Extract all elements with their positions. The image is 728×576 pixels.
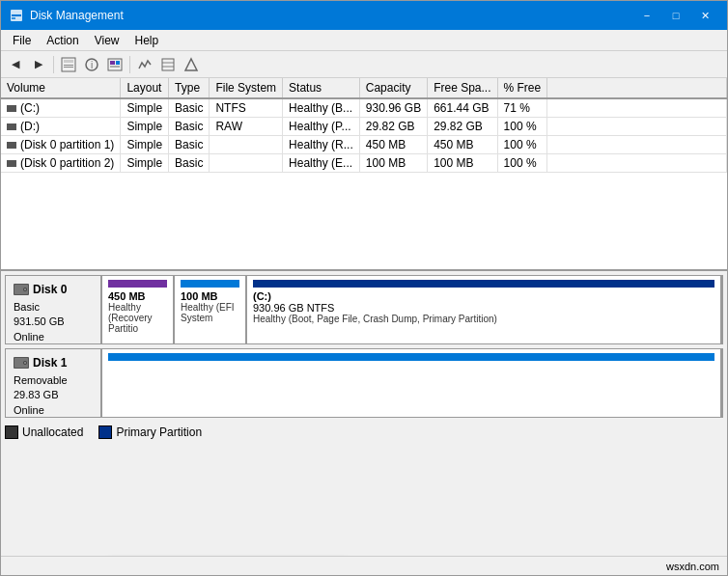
toolbar-btn-3[interactable] [104,54,126,75]
table-cell: 450 MB [359,136,427,154]
table-cell: (C:) [1,98,121,118]
table-cell: RAW [210,118,283,136]
table-cell: Simple [121,154,169,173]
col-header-volume[interactable]: Volume [1,78,121,98]
disk-icon [14,282,29,297]
svg-rect-12 [116,61,120,65]
table-cell: 661.44 GB [428,98,497,118]
disk-0-partition-recovery[interactable]: 450 MB Healthy (Recovery Partitio [102,276,175,343]
table-row[interactable]: (Disk 0 partition 1)SimpleBasicHealthy (… [1,136,727,154]
disk-1-size: 29.83 GB [14,388,93,402]
table-cell: 29.82 GB [428,118,497,136]
col-header-percent[interactable]: % Free [497,78,547,98]
volumes-table-section[interactable]: Volume Layout Type File System Status Ca… [1,78,727,271]
primary-box [98,425,112,439]
unallocated-box [5,425,18,439]
disk-0-status: Online [14,330,93,344]
toolbar-btn-1[interactable] [58,54,79,75]
disk-management-window: Disk Management − □ ✕ File Action View H… [0,0,728,576]
toolbar-btn-4[interactable] [134,54,155,75]
table-cell: Healthy (E... [283,154,360,173]
svg-point-2 [12,17,14,19]
svg-point-25 [24,362,26,364]
col-header-layout[interactable]: Layout [121,78,169,98]
main-size: (C:) [253,290,714,302]
toolbar-btn-5[interactable] [157,54,179,75]
table-cell: Basic [169,154,210,173]
disk-0-row: Disk 0 Basic 931.50 GB Online 450 MB Hea… [5,275,723,344]
toolbar-btn-2[interactable]: i [81,54,102,75]
table-cell: 71 % [497,98,547,118]
table-row[interactable]: (C:)SimpleBasicNTFSHealthy (B...930.96 G… [1,98,727,118]
toolbar-btn-6[interactable] [181,54,202,75]
main-content: Volume Layout Type File System Status Ca… [1,78,727,575]
menu-file[interactable]: File [5,32,39,48]
maximize-button[interactable]: □ [661,6,690,25]
col-header-free[interactable]: Free Spa... [428,78,497,98]
disk-1-partition-main[interactable] [102,349,722,417]
system-size: 100 MB [181,290,239,302]
svg-rect-14 [162,59,174,70]
primary-legend: Primary Partition [98,425,202,439]
table-header-row: Volume Layout Type File System Status Ca… [1,78,727,98]
table-cell [210,154,283,173]
table-cell: (Disk 0 partition 2) [1,154,121,173]
disk-0-label: Disk 0 Basic 931.50 GB Online [6,276,102,343]
svg-rect-1 [12,14,21,16]
main-desc: Healthy (Boot, Page File, Crash Dump, Pr… [253,314,714,324]
table-cell: Simple [121,136,169,154]
legend-row: Unallocated Primary Partition [1,422,727,443]
title-bar: Disk Management − □ ✕ [1,1,727,30]
minimize-button[interactable]: − [632,6,661,25]
table-cell: 100 % [497,118,547,136]
status-text: wsxdn.com [666,561,719,572]
system-desc: Healthy (EFI System [181,302,239,323]
close-button[interactable]: ✕ [690,6,719,25]
disk-1-icon [14,355,29,370]
window-controls: − □ ✕ [632,6,719,25]
disk-0-partitions: 450 MB Healthy (Recovery Partitio 100 MB… [102,276,722,343]
disk-1-row: Disk 1 Removable 29.83 GB Online [5,348,723,418]
disk-0-partition-system[interactable]: 100 MB Healthy (EFI System [175,276,247,343]
disk-0-size: 931.50 GB [14,315,93,329]
table-cell: 100 MB [428,154,497,173]
disk-1-type: Removable [14,373,93,388]
toolbar-sep-2 [129,56,130,73]
col-header-capacity[interactable]: Capacity [359,78,427,98]
table-cell: Basic [169,136,210,154]
table-row[interactable]: (Disk 0 partition 2)SimpleBasicHealthy (… [1,154,727,173]
table-cell: Simple [121,98,169,118]
app-icon [9,8,24,23]
disk-0-type: Basic [14,300,93,315]
disk-0-partition-main[interactable]: (C:) 930.96 GB NTFS Healthy (Boot, Page … [247,276,722,343]
svg-point-3 [14,17,15,19]
table-cell: 100 % [497,136,547,154]
table-cell: Healthy (P... [283,118,360,136]
volumes-table: Volume Layout Type File System Status Ca… [1,78,727,173]
svg-rect-11 [110,61,115,65]
recovery-desc: Healthy (Recovery Partitio [108,302,167,334]
col-header-filesystem[interactable]: File System [210,78,283,98]
unallocated-label: Unallocated [22,425,83,439]
recovery-size: 450 MB [108,290,167,302]
menu-action[interactable]: Action [39,32,86,48]
table-row[interactable]: (D:)SimpleBasicRAWHealthy (P...29.82 GB2… [1,118,727,136]
menu-bar: File Action View Help [1,30,727,51]
menu-view[interactable]: View [87,32,127,48]
table-cell: (Disk 0 partition 1) [1,136,121,154]
table-cell: (D:) [1,118,121,136]
table-cell: 100 MB [359,154,427,173]
status-bar: wsxdn.com [1,556,727,575]
back-button[interactable]: ◀ [5,54,26,75]
table-cell: 450 MB [428,136,497,154]
forward-button[interactable]: ▶ [28,54,49,75]
table-cell: 930.96 GB [359,98,427,118]
menu-help[interactable]: Help [127,32,167,48]
svg-rect-5 [64,60,73,63]
table-cell: Basic [169,118,210,136]
table-cell: Healthy (R... [283,136,360,154]
col-header-status[interactable]: Status [283,78,360,98]
col-header-type[interactable]: Type [169,78,210,98]
primary-label: Primary Partition [116,425,202,439]
disk-0-name: Disk 0 [33,282,67,298]
